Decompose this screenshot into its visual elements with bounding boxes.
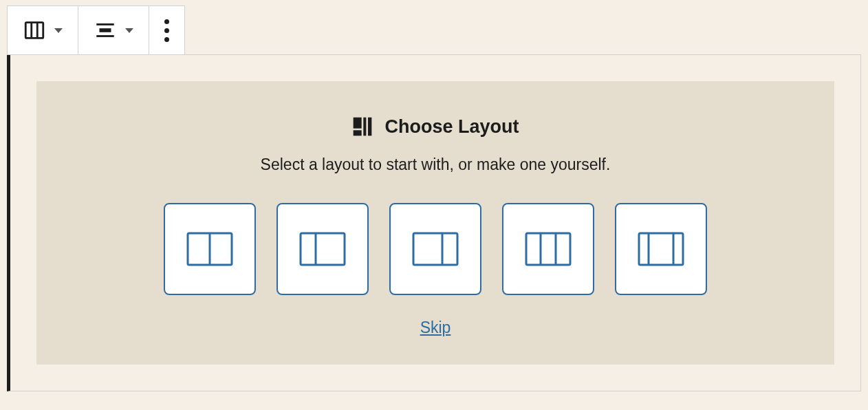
placeholder-title: Choose Layout <box>384 116 519 138</box>
layout-options <box>64 203 807 295</box>
chevron-down-icon <box>125 28 133 33</box>
two-equal-icon <box>186 232 233 266</box>
svg-rect-19 <box>639 233 683 265</box>
svg-rect-9 <box>368 118 371 136</box>
align-button[interactable] <box>78 6 149 54</box>
svg-rect-14 <box>413 233 457 265</box>
columns-block: Choose Layout Select a layout to start w… <box>7 54 861 391</box>
svg-rect-12 <box>301 233 345 265</box>
svg-rect-7 <box>354 130 362 136</box>
wide-center-icon <box>638 232 684 266</box>
skip-link[interactable]: Skip <box>420 319 451 336</box>
placeholder-description: Select a layout to start with, or make o… <box>64 155 807 174</box>
svg-rect-6 <box>354 118 362 129</box>
layout-two-thirds-one-third[interactable] <box>389 203 481 295</box>
columns-icon <box>23 19 46 42</box>
placeholder-header: Choose Layout <box>64 116 807 138</box>
align-center-icon <box>94 19 117 42</box>
more-vertical-icon <box>164 19 169 42</box>
layout-icon <box>351 116 373 138</box>
svg-rect-8 <box>364 118 367 136</box>
layout-one-third-two-thirds[interactable] <box>276 203 369 295</box>
layout-placeholder: Choose Layout Select a layout to start w… <box>36 81 834 365</box>
layout-three-equal[interactable] <box>502 203 594 295</box>
two-thirds-one-third-icon <box>412 232 459 266</box>
chevron-down-icon <box>54 28 63 33</box>
block-toolbar <box>7 6 185 55</box>
columns-block-button[interactable] <box>8 6 78 54</box>
one-third-two-thirds-icon <box>299 232 346 266</box>
svg-rect-4 <box>100 28 111 32</box>
three-equal-icon <box>525 232 572 266</box>
svg-rect-16 <box>526 233 570 265</box>
more-options-button[interactable] <box>149 6 184 54</box>
layout-two-equal[interactable] <box>164 203 256 295</box>
layout-wide-center[interactable] <box>615 203 707 295</box>
svg-rect-0 <box>25 23 43 39</box>
